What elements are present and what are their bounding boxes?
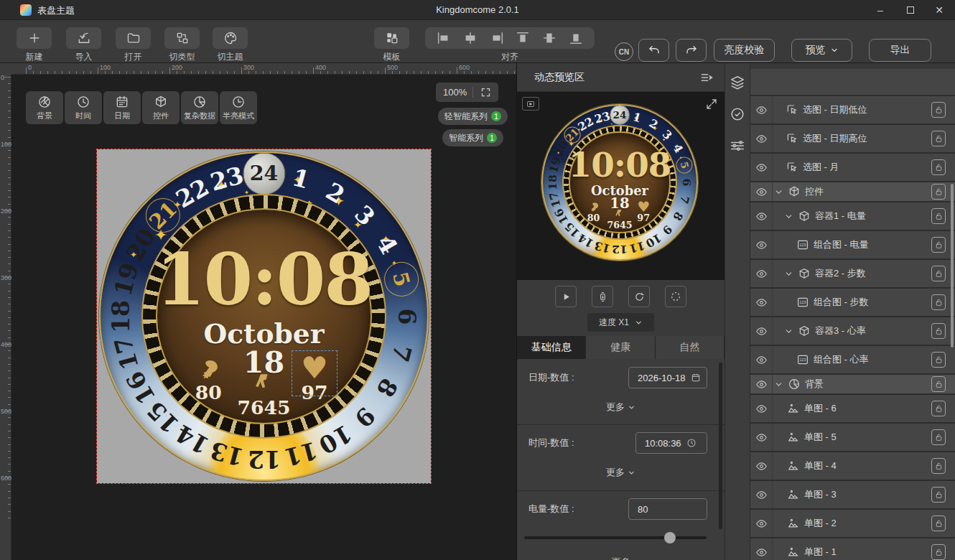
visibility-toggle[interactable] — [750, 202, 773, 230]
play-button[interactable] — [555, 286, 577, 307]
visibility-toggle[interactable] — [750, 375, 773, 393]
switch-theme-button[interactable]: 切主题 — [213, 27, 248, 63]
visibility-toggle[interactable] — [750, 260, 773, 287]
lock-toggle[interactable] — [931, 487, 946, 503]
open-button[interactable]: 打开 — [116, 27, 151, 63]
tab-健康[interactable]: 健康 — [586, 336, 655, 359]
align-h-center-button[interactable] — [462, 30, 478, 46]
date-input[interactable]: 2026-10-18 — [628, 367, 707, 388]
adjustments-icon[interactable] — [730, 138, 745, 154]
layer-row[interactable]: 选图 - 日期低位 — [750, 96, 955, 123]
visibility-toggle[interactable] — [750, 346, 773, 373]
refresh-button[interactable] — [628, 286, 650, 307]
canvas-tool-clock-half[interactable]: 半亮模式 — [220, 91, 257, 124]
minimize-button[interactable]: – — [866, 0, 895, 20]
watch-preview-button[interactable] — [592, 286, 613, 307]
canvas-tool-cube[interactable]: 控件 — [142, 91, 180, 124]
time-settings-icon[interactable] — [730, 106, 745, 122]
layer-row[interactable]: 单图 - 5 — [750, 424, 955, 451]
visibility-toggle[interactable] — [750, 452, 773, 480]
lock-toggle[interactable] — [931, 323, 946, 339]
layer-row[interactable]: 123组合图 - 电量 — [750, 231, 955, 258]
time-input[interactable]: 10:08:36 — [635, 432, 707, 454]
layer-row[interactable]: 单图 - 6 — [750, 395, 955, 422]
canvas-tool-calendar[interactable]: 日期 — [103, 91, 141, 124]
language-cn-button[interactable]: CN — [615, 42, 633, 61]
battery-input[interactable]: 80 — [628, 498, 707, 520]
lock-toggle[interactable] — [931, 102, 946, 118]
layer-row[interactable]: 选图 - 月 — [750, 154, 955, 181]
layer-row[interactable]: 容器2 - 步数 — [750, 260, 955, 287]
layer-row[interactable]: 单图 - 4 — [750, 452, 955, 480]
slider-thumb[interactable] — [664, 532, 676, 543]
template-button[interactable]: 模板 — [374, 27, 409, 63]
panel-menu-icon[interactable] — [699, 70, 714, 85]
new-button[interactable]: 新建 — [17, 27, 52, 63]
watchface-canvas[interactable]: ✦✦✦✦✦✦✦✦✦✦✦✦1234567891011121314151617181… — [99, 151, 429, 481]
align-top-button[interactable] — [515, 30, 531, 46]
light-smart-series-pill[interactable]: 轻智能系列 1 — [438, 108, 508, 125]
record-video-button[interactable] — [522, 97, 539, 111]
visibility-toggle[interactable] — [750, 424, 773, 451]
lock-toggle[interactable] — [931, 376, 946, 392]
form-scrollbar[interactable] — [719, 363, 722, 529]
lock-toggle[interactable] — [931, 429, 946, 445]
tab-基础信息[interactable]: 基础信息 — [517, 336, 586, 359]
lock-toggle[interactable] — [931, 131, 946, 146]
battery-slider[interactable] — [524, 532, 707, 543]
preview-button[interactable]: 预览 — [791, 39, 852, 62]
redo-button[interactable] — [676, 39, 707, 62]
undo-button[interactable] — [638, 39, 669, 62]
brightness-check-button[interactable]: 亮度校验 — [714, 39, 775, 62]
layer-row[interactable]: 单图 - 1 — [750, 538, 955, 560]
layers-scrollbar[interactable] — [951, 184, 954, 347]
visibility-toggle[interactable] — [750, 481, 773, 508]
layer-row[interactable]: 单图 - 3 — [750, 481, 955, 508]
date-more-toggle[interactable]: 更多 — [517, 401, 725, 414]
selection-box[interactable] — [292, 350, 337, 396]
layer-row[interactable]: 123组合图 - 步数 — [750, 289, 955, 316]
layer-row[interactable]: 控件 — [750, 182, 955, 201]
lock-toggle[interactable] — [931, 352, 946, 368]
layer-row[interactable]: 选图 - 日期高位 — [750, 125, 955, 152]
expand-preview-icon[interactable] — [705, 98, 718, 111]
layer-row[interactable]: 123组合图 - 心率 — [750, 346, 955, 373]
visibility-toggle[interactable] — [750, 96, 773, 123]
visibility-toggle[interactable] — [750, 182, 773, 201]
visibility-toggle[interactable] — [750, 289, 773, 316]
lock-toggle[interactable] — [931, 515, 946, 531]
visibility-toggle[interactable] — [750, 154, 773, 181]
close-button[interactable]: ✕ — [925, 0, 954, 20]
lock-toggle[interactable] — [931, 266, 946, 281]
visibility-toggle[interactable] — [750, 510, 773, 537]
visibility-toggle[interactable] — [750, 538, 773, 560]
dial-mode-button[interactable] — [665, 286, 686, 307]
editor-canvas[interactable]: 0100200300400500600 0100200300400500600 … — [0, 63, 517, 560]
align-bottom-button[interactable] — [568, 30, 584, 46]
tab-自然[interactable]: 自然 — [656, 336, 725, 359]
layer-row[interactable]: 容器1 - 电量 — [750, 202, 955, 230]
lock-toggle[interactable] — [931, 237, 946, 253]
lock-toggle[interactable] — [931, 208, 946, 224]
battery-more-toggle[interactable]: 更多 — [517, 556, 725, 560]
canvas-tool-clock[interactable]: 时间 — [65, 91, 102, 124]
visibility-toggle[interactable] — [750, 395, 773, 422]
visibility-toggle[interactable] — [750, 125, 773, 152]
canvas-tool-pie[interactable]: 复杂数据 — [181, 91, 218, 124]
lock-toggle[interactable] — [931, 184, 946, 200]
smart-series-pill[interactable]: 智能系列 1 — [442, 129, 503, 146]
lock-toggle[interactable] — [931, 544, 946, 560]
zoom-control[interactable]: 100% — [436, 83, 498, 102]
maximize-button[interactable] — [896, 0, 925, 20]
speed-select[interactable]: 速度 X1 — [587, 313, 654, 332]
layers-icon[interactable] — [730, 75, 745, 90]
lock-toggle[interactable] — [931, 159, 946, 175]
export-button[interactable]: 导出 — [869, 39, 931, 62]
align-left-button[interactable] — [436, 30, 452, 46]
layer-row[interactable]: 单图 - 2 — [750, 510, 955, 537]
import-button[interactable]: 导入 — [66, 27, 101, 63]
fit-screen-icon[interactable] — [480, 87, 491, 98]
switch-type-button[interactable]: 切类型 — [164, 27, 200, 63]
lock-toggle[interactable] — [931, 401, 946, 416]
layer-row[interactable]: 容器3 - 心率 — [750, 317, 955, 345]
